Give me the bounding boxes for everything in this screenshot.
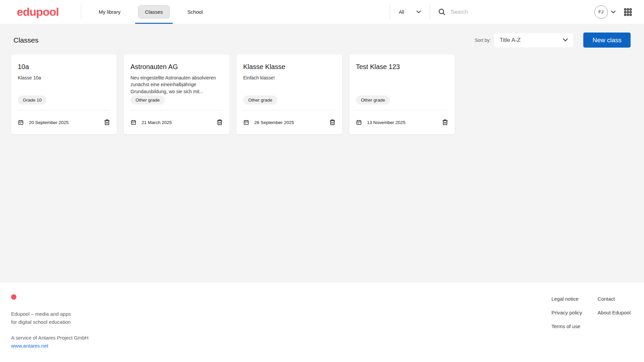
delete-class-button[interactable] xyxy=(442,119,448,126)
edupool-ring-logo xyxy=(11,294,16,300)
head-controls: Sort by: Title A-Z New class xyxy=(475,33,631,48)
nav-item-school[interactable]: School xyxy=(175,0,215,24)
sort-group: Sort by: Title A-Z xyxy=(475,33,573,47)
delete-class-button[interactable] xyxy=(217,119,223,126)
grade-badge: Other grade xyxy=(130,96,165,105)
trash-icon xyxy=(217,119,223,126)
class-description: Neu eingestellte Astronauten absolvieren… xyxy=(130,74,223,95)
class-date: 26 September 2025 xyxy=(254,120,294,125)
card-footer: 20 September 2025 xyxy=(18,110,110,134)
chevron-down-icon xyxy=(611,11,615,13)
card-footer: 26 September 2025 xyxy=(243,110,335,134)
class-card-list: 10a Klasse 10a Grade 10 20 September 202… xyxy=(11,54,631,134)
footer-links-col-2: Contact About Edupool xyxy=(598,296,631,362)
header-divider xyxy=(81,5,81,19)
edupool-logo[interactable]: edupool xyxy=(17,5,59,18)
footer-link-legal-notice[interactable]: Legal notice xyxy=(551,296,582,302)
class-title: Test Klase 123 xyxy=(356,62,448,71)
class-description: Einfach klasse! xyxy=(243,74,335,81)
nav-label: Classes xyxy=(138,5,169,18)
class-date: 21 March 2025 xyxy=(142,120,172,125)
badge-row: Other grade xyxy=(243,96,335,105)
class-title: 10a xyxy=(18,62,110,71)
nav-label: School xyxy=(181,6,209,18)
footer-links: Legal notice Privacy policy Terms of use… xyxy=(551,294,631,362)
grade-badge: Grade 10 xyxy=(18,96,47,105)
nav-item-my-library[interactable]: My library xyxy=(87,0,132,24)
search-bar xyxy=(430,8,588,16)
page-footer: Edupool – media and apps for digital sch… xyxy=(0,283,644,362)
header-right: All FJ xyxy=(390,0,632,24)
footer-service-line: A service of Antares Project GmbH xyxy=(11,335,89,341)
badge-row: Other grade xyxy=(130,96,223,105)
app-screen: edupool My library Classes School All xyxy=(0,0,644,362)
search-scope-dropdown[interactable]: All xyxy=(390,9,430,15)
class-title: Astronauten AG xyxy=(130,62,223,71)
trash-icon xyxy=(329,119,335,126)
new-class-button[interactable]: New class xyxy=(583,33,631,48)
badge-row: Grade 10 xyxy=(18,96,110,105)
page-head: Classes Sort by: Title A-Z New class xyxy=(11,33,631,48)
footer-brand: Edupool – media and apps for digital sch… xyxy=(11,294,89,362)
class-card[interactable]: Klasse Klasse Einfach klasse! Other grad… xyxy=(236,54,342,134)
main-nav: My library Classes School xyxy=(87,0,215,24)
apps-grid-icon[interactable] xyxy=(624,8,632,16)
trash-icon xyxy=(104,119,110,126)
main-content: Classes Sort by: Title A-Z New class 10a xyxy=(0,24,644,283)
search-input[interactable] xyxy=(451,9,588,15)
footer-link-privacy-policy[interactable]: Privacy policy xyxy=(551,310,582,315)
calendar-icon xyxy=(130,119,137,125)
avatar[interactable]: FJ xyxy=(594,5,608,19)
class-title: Klasse Klasse xyxy=(243,62,335,71)
class-description: Klasse 10a xyxy=(18,74,110,81)
badge-row: Other grade xyxy=(356,96,448,105)
footer-link-about-edupool[interactable]: About Edupool xyxy=(598,310,631,315)
class-card[interactable]: Test Klase 123 Other grade 13 November 2… xyxy=(349,54,455,134)
nav-label: My library xyxy=(92,6,127,18)
calendar-icon xyxy=(18,119,24,125)
calendar-icon xyxy=(243,119,249,125)
footer-link-terms-of-use[interactable]: Terms of use xyxy=(551,323,582,329)
search-icon[interactable] xyxy=(438,8,446,16)
antares-link[interactable]: www.antares.net xyxy=(11,343,48,349)
nav-item-classes[interactable]: Classes xyxy=(132,0,175,24)
sort-dropdown[interactable]: Title A-Z xyxy=(494,33,573,47)
footer-tagline-1: Edupool – media and apps xyxy=(11,311,71,317)
page-title: Classes xyxy=(13,36,39,44)
chevron-down-icon xyxy=(416,10,421,13)
top-header: edupool My library Classes School All xyxy=(0,0,644,24)
search-scope-value: All xyxy=(399,9,404,15)
chevron-down-icon xyxy=(563,39,568,42)
footer-links-col-1: Legal notice Privacy policy Terms of use xyxy=(551,296,582,362)
card-footer: 13 November 2025 xyxy=(356,110,448,134)
user-menu[interactable]: FJ xyxy=(594,5,615,19)
sort-label: Sort by: xyxy=(475,38,491,43)
card-footer: 21 March 2025 xyxy=(130,110,223,134)
delete-class-button[interactable] xyxy=(104,119,110,126)
sort-value: Title A-Z xyxy=(499,37,521,44)
grade-badge: Other grade xyxy=(356,96,390,105)
calendar-icon xyxy=(356,119,362,125)
class-date: 20 September 2025 xyxy=(29,120,69,125)
footer-tagline-2: for digital school education xyxy=(11,319,71,325)
class-card[interactable]: Astronauten AG Neu eingestellte Astronau… xyxy=(124,54,229,134)
trash-icon xyxy=(442,119,448,126)
footer-link-contact[interactable]: Contact xyxy=(598,296,631,302)
class-date: 13 November 2025 xyxy=(367,120,406,125)
delete-class-button[interactable] xyxy=(329,119,335,126)
class-card[interactable]: 10a Klasse 10a Grade 10 20 September 202… xyxy=(11,54,117,134)
grade-badge: Other grade xyxy=(243,96,277,105)
